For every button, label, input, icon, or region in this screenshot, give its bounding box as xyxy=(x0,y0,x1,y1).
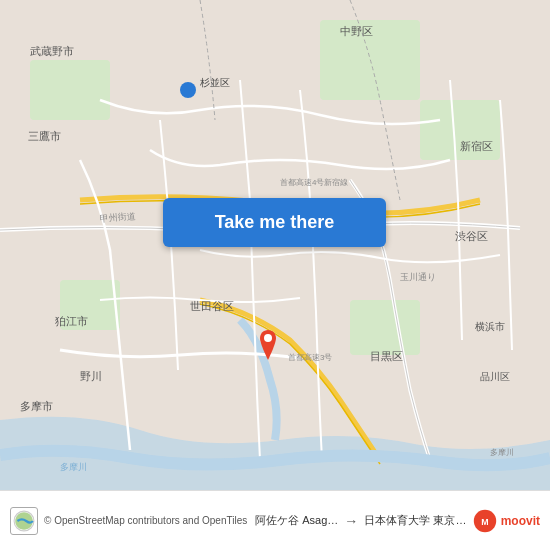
svg-text:多摩川: 多摩川 xyxy=(490,448,514,457)
svg-text:M: M xyxy=(481,517,488,527)
svg-text:狛江市: 狛江市 xyxy=(55,315,88,327)
svg-text:横浜市: 横浜市 xyxy=(475,321,505,332)
take-me-there-button[interactable]: Take me there xyxy=(163,198,386,247)
svg-text:玉川通り: 玉川通り xyxy=(400,272,436,282)
svg-text:杉並区: 杉並区 xyxy=(199,77,230,88)
svg-text:品川区: 品川区 xyxy=(480,371,510,382)
moovit-brand: moovit xyxy=(501,514,540,528)
footer-destination: 日本体育大学 東京・世田谷キャ… xyxy=(364,513,468,528)
map-view: 武蔵野市 中野区 三鷹市 新宿区 渋谷区 狛江市 野川 多摩市 世田谷区 目黒区… xyxy=(0,0,550,490)
svg-text:渋谷区: 渋谷区 xyxy=(455,230,488,242)
svg-text:多摩川: 多摩川 xyxy=(60,462,87,472)
svg-text:首都高速4号新宿線: 首都高速4号新宿線 xyxy=(280,178,348,187)
svg-point-23 xyxy=(180,82,196,98)
svg-text:中野区: 中野区 xyxy=(340,25,373,37)
destination-pin xyxy=(256,330,280,360)
osm-credit: © OpenStreetMap contributors and OpenTil… xyxy=(44,515,247,526)
footer-origin: 阿佐ケ谷 Asag… xyxy=(255,513,338,528)
moovit-icon: M xyxy=(473,509,497,533)
svg-text:武蔵野市: 武蔵野市 xyxy=(30,45,74,57)
svg-rect-5 xyxy=(350,300,420,355)
svg-text:新宿区: 新宿区 xyxy=(460,140,493,152)
svg-text:首都高速3号: 首都高速3号 xyxy=(288,353,332,362)
osm-logo xyxy=(10,507,38,535)
svg-text:三鷹市: 三鷹市 xyxy=(28,130,61,142)
moovit-logo: M moovit xyxy=(473,509,540,533)
svg-text:野川: 野川 xyxy=(80,370,102,382)
svg-text:目黒区: 目黒区 xyxy=(370,350,403,362)
svg-point-26 xyxy=(264,334,272,342)
svg-text:世田谷区: 世田谷区 xyxy=(190,300,234,312)
svg-rect-1 xyxy=(30,60,110,120)
footer-bar: © OpenStreetMap contributors and OpenTil… xyxy=(0,490,550,550)
svg-text:多摩市: 多摩市 xyxy=(20,400,53,412)
arrow-icon: → xyxy=(344,513,358,529)
